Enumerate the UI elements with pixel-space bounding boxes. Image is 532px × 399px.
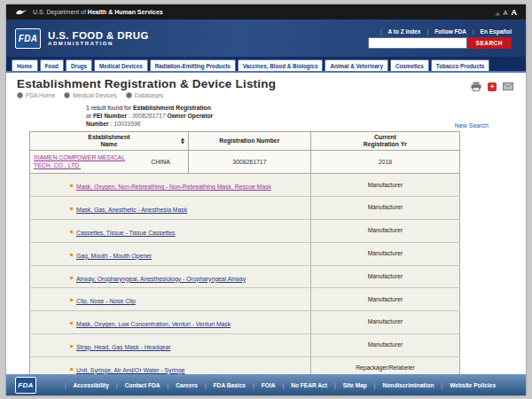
site-footer: FDA AccessibilityContact FDACareersFDA B…: [6, 374, 526, 395]
device-link[interactable]: Mask, Gas, Anesthetic - Anesthesia Mask: [76, 207, 187, 213]
header-link[interactable]: A to Z Index: [374, 28, 421, 35]
share-icon[interactable]: +: [488, 82, 497, 91]
hhs-dept-label[interactable]: U.S. Department of Health & Human Servic…: [33, 9, 163, 15]
breadcrumb-label: FDA Home: [26, 92, 55, 98]
device-row: Strap, Head, Gas Mask - Headgear Manufac…: [30, 333, 460, 356]
device-link[interactable]: Strap, Head, Gas Mask - Headgear: [76, 344, 171, 350]
header-search: SEARCH: [368, 37, 512, 49]
footer-link[interactable]: FDA Basics: [198, 382, 246, 388]
footer-links: AccessibilityContact FDACareersFDA Basic…: [36, 382, 517, 388]
registration-type: Repackager/Relabeler: [310, 356, 459, 374]
main-content: Establishment Registration & Device List…: [6, 73, 526, 374]
device-row: Cassettes, Tissue - Tissue Cassettes Man…: [30, 219, 460, 242]
footer-link[interactable]: Accessibility: [58, 382, 109, 388]
font-medium-button[interactable]: A: [503, 9, 507, 17]
new-search-link[interactable]: New Search: [455, 122, 489, 129]
email-icon[interactable]: [503, 82, 513, 90]
device-row: Unit, Syringe, Air And/Or Water - Syring…: [30, 356, 460, 374]
breadcrumb-bullet-icon: [17, 92, 23, 98]
nav-tab[interactable]: Medical Devices: [94, 59, 148, 71]
registration-type: Manufacturer: [310, 333, 459, 356]
breadcrumb-item[interactable]: FDA Home: [17, 92, 55, 98]
font-smaller-button[interactable]: -A: [494, 12, 499, 17]
nav-tab[interactable]: Animal & Veterinary: [325, 59, 388, 71]
header-right: A to Z IndexFollow FDAEn Español SEARCH: [368, 28, 512, 49]
breadcrumb-item[interactable]: Databases: [126, 92, 164, 98]
footer-link[interactable]: FOIA: [246, 382, 275, 388]
footer-link[interactable]: Contact FDA: [109, 382, 160, 388]
footer-link[interactable]: Website Policies: [434, 382, 496, 388]
establishment-country: CHINA: [151, 159, 169, 165]
registration-type: Manufacturer: [310, 242, 459, 265]
nav-tab[interactable]: Vaccines, Blood & Biologics: [238, 59, 324, 71]
site-header: FDA U.S. FOOD & DRUG ADMINISTRATION A to…: [6, 20, 526, 57]
device-link[interactable]: Clip, Nose - Nose Clip: [76, 298, 136, 304]
registration-type: Manufacturer: [310, 288, 459, 311]
registration-type: Manufacturer: [310, 265, 459, 288]
bullet-icon: [70, 277, 73, 279]
footer-link[interactable]: Nondiscrimination: [367, 382, 434, 388]
search-input[interactable]: [368, 37, 467, 49]
establishment-row: XIAMEN COMPOWER MEDICAL TECH. CO., LTD. …: [30, 151, 460, 174]
registration-type: Manufacturer: [310, 174, 459, 197]
footer-link[interactable]: Careers: [160, 382, 198, 388]
site-brand: U.S. FOOD & DRUG ADMINISTRATION: [48, 30, 149, 46]
device-rows: Mask, Oxygen, Non-Rebreathing - Non-Rebr…: [30, 174, 460, 374]
sort-icon[interactable]: [181, 137, 184, 144]
device-row: Mask, Oxygen, Low Concentration, Venturi…: [30, 311, 460, 334]
registration-type: Manufacturer: [310, 311, 459, 334]
header-link[interactable]: En Español: [466, 28, 512, 35]
nav-tab[interactable]: Cosmetics: [390, 59, 429, 71]
font-larger-button[interactable]: A: [512, 8, 518, 17]
header-registration-year: Current Registration Yr: [310, 131, 459, 151]
device-link[interactable]: Cassettes, Tissue - Tissue Cassettes: [76, 230, 175, 236]
breadcrumb-item[interactable]: Medical Devices: [64, 92, 116, 98]
device-row: Airway, Oropharyngeal, Anesthesiology - …: [30, 265, 460, 288]
bullet-icon: [70, 299, 73, 301]
footer-fda-logo[interactable]: FDA: [15, 377, 36, 394]
search-button[interactable]: SEARCH: [467, 37, 512, 49]
nav-tab[interactable]: Radiation-Emitting Products: [150, 59, 236, 71]
breadcrumb-bullet-icon: [126, 92, 132, 98]
result-summary: 1 result found for Establishment Registr…: [86, 104, 213, 129]
breadcrumb-label: Medical Devices: [73, 92, 116, 98]
brand-line1: U.S. FOOD & DRUG: [48, 30, 149, 41]
device-link[interactable]: Mask, Oxygen, Non-Rebreathing - Non-Rebr…: [76, 184, 271, 190]
results-table: Establishment Name Registration Number C…: [29, 131, 460, 374]
header-registration-number: Registration Number: [188, 131, 310, 151]
nav-tab[interactable]: Food: [40, 59, 64, 71]
device-row: Mask, Oxygen, Non-Rebreathing - Non-Rebr…: [30, 174, 460, 197]
nav-tab[interactable]: Home: [12, 59, 38, 71]
registration-year-value: 2018: [310, 151, 459, 174]
header-establishment-name[interactable]: Establishment Name: [30, 131, 189, 151]
breadcrumb-bullet-icon: [64, 92, 70, 98]
hhs-bar: U.S. Department of Health & Human Servic…: [6, 4, 526, 20]
browser-page: U.S. Department of Health & Human Servic…: [6, 4, 526, 395]
device-row: Gag, Mouth - Mouth Opener Manufacturer: [30, 242, 460, 265]
footer-link[interactable]: Site Map: [327, 382, 367, 388]
page-title: Establishment Registration & Device List…: [17, 77, 513, 90]
print-icon[interactable]: [471, 82, 481, 91]
bullet-icon: [70, 322, 73, 325]
device-link[interactable]: Mask, Oxygen, Low Concentration, Venturi…: [76, 321, 231, 327]
table-header-row: Establishment Name Registration Number C…: [30, 131, 460, 151]
header-link[interactable]: Follow FDA: [420, 28, 466, 35]
breadcrumb-label: Databases: [135, 92, 164, 98]
device-row: Clip, Nose - Nose Clip Manufacturer: [30, 288, 460, 311]
bullet-icon: [70, 345, 73, 348]
hhs-eagle-icon: [15, 8, 27, 16]
bullet-icon: [70, 231, 73, 233]
device-link[interactable]: Unit, Syringe, Air And/Or Water - Syring…: [76, 367, 185, 373]
establishment-link[interactable]: XIAMEN COMPOWER MEDICAL TECH. CO., LTD.: [34, 154, 126, 169]
nav-tab[interactable]: Tobacco Products: [431, 59, 489, 71]
device-link[interactable]: Airway, Oropharyngeal, Anesthesiology - …: [76, 276, 246, 282]
device-link[interactable]: Gag, Mouth - Mouth Opener: [76, 253, 152, 259]
fda-logo[interactable]: FDA: [15, 28, 41, 49]
result-summary-row: 1 result found for Establishment Registr…: [86, 104, 513, 129]
nav-tab[interactable]: Drugs: [66, 59, 92, 71]
bullet-icon: [70, 184, 73, 187]
brand-line2: ADMINISTRATION: [48, 41, 149, 46]
bullet-icon: [70, 254, 73, 256]
registration-type: Manufacturer: [310, 219, 459, 242]
footer-link[interactable]: No FEAR Act: [275, 382, 327, 388]
